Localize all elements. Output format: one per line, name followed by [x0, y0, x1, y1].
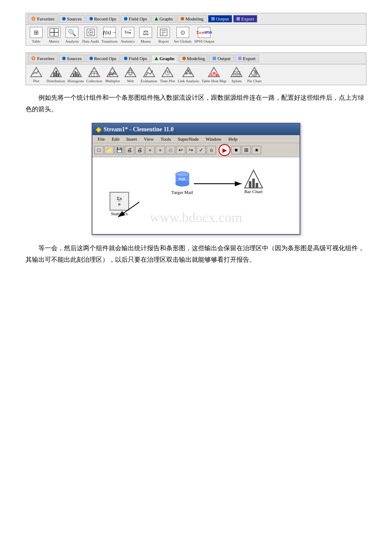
svg-rect-20 [76, 72, 78, 77]
tab-recordops-1[interactable]: Record Ops [86, 15, 120, 23]
stream-menubar: File Edit Insert View Tools SuperNode Wi… [92, 135, 300, 143]
tab-modeling-1[interactable]: Modeling [177, 15, 207, 23]
svg-rect-18 [73, 73, 74, 77]
tab-favorites-1[interactable]: ✿ Favorites [28, 14, 58, 23]
toolbar-save[interactable]: 💾 [115, 146, 124, 154]
stream-canvas: Σxn Statistics [92, 157, 300, 234]
icon-data-audit[interactable]: Data Audit [82, 26, 99, 43]
toolbar-grid[interactable]: ⊞ [242, 146, 251, 154]
icon-collection[interactable]: Collection [86, 66, 103, 83]
menu-insert[interactable]: Insert [123, 136, 140, 142]
menu-file[interactable]: File [94, 136, 108, 142]
tab-favorites-2[interactable]: ✿ Favorites [28, 54, 58, 63]
svg-marker-31 [144, 67, 155, 77]
icon-row-2: Plot Distribution [26, 64, 366, 85]
svg-point-64 [176, 172, 189, 177]
stream-window: ◆ Stream1* - Clementine 11.0 File Edit I… [92, 123, 300, 235]
icon-pie-chart[interactable]: Pie Chart [247, 66, 262, 83]
toolbar-b1[interactable]: ● [145, 146, 155, 154]
icon-spss-output[interactable]: Σx/nSPSS SPSS Output [194, 26, 214, 43]
toolbar-folder[interactable]: 📁 [104, 146, 114, 154]
toolbar-check[interactable]: ✓ [196, 146, 206, 154]
svg-text:SQL: SQL [179, 177, 186, 181]
menu-supernode[interactable]: SuperNode [174, 136, 202, 142]
icon-table[interactable]: ⊞ Table [29, 26, 44, 43]
svg-rect-14 [53, 72, 55, 77]
icon-distribution[interactable]: Distribution [46, 66, 65, 83]
tab-fieldops-2[interactable]: Field Ops [121, 55, 150, 62]
svg-rect-0 [50, 29, 54, 32]
toolbar-print[interactable]: 🖨 [125, 146, 134, 154]
toolbar-new[interactable]: □ [94, 146, 104, 154]
icon-transform[interactable]: ƒ(x)→ Transform [101, 26, 118, 43]
svg-rect-51 [216, 74, 218, 76]
icon-set-globals[interactable]: ⊙ Set Globals [174, 26, 192, 43]
svg-rect-2 [50, 32, 54, 36]
svg-rect-70 [252, 179, 255, 188]
svg-rect-69 [249, 181, 251, 188]
toolbar-graphs: ✿ Favorites Sources Record Ops Field Ops… [26, 52, 366, 85]
icon-analysis[interactable]: 🔍 Analysis [64, 26, 80, 43]
svg-rect-16 [58, 73, 59, 77]
tab-output-2[interactable]: Output [209, 55, 234, 62]
svg-marker-52 [231, 67, 242, 77]
menu-tools[interactable]: Tools [157, 136, 174, 142]
tab-modeling-2[interactable]: Modeling [179, 55, 209, 62]
tab-row-1: ✿ Favorites Sources Record Ops Field Ops… [26, 13, 366, 25]
node-target-mail[interactable]: SQL Target Mail [171, 170, 193, 195]
svg-rect-55 [233, 74, 236, 76]
tab-graphs-2[interactable]: Graphs [151, 55, 178, 62]
icon-table-heat-map[interactable]: Table Heat Map [202, 66, 226, 83]
stream-titlebar: ◆ Stream1* - Clementine 11.0 [92, 124, 300, 135]
node-bar-chart[interactable]: Bar Chart [244, 169, 263, 194]
toolbar-b2[interactable]: ● [156, 146, 165, 154]
toolbar-stop[interactable]: ■ [231, 146, 241, 154]
tab-graphs-1[interactable]: Graphs [151, 15, 176, 23]
toolbar-print2[interactable]: 🖨 [135, 146, 144, 154]
icon-means[interactable]: ⚖ Means [138, 26, 153, 43]
icon-link-analysis[interactable]: Link Analysis [178, 66, 199, 83]
svg-rect-46 [210, 72, 213, 74]
svg-rect-48 [216, 72, 218, 74]
icon-matrix[interactable]: Matrix [46, 26, 62, 43]
icon-time-plot[interactable]: Time Plot [160, 66, 175, 83]
svg-marker-12 [31, 67, 42, 77]
svg-rect-3 [54, 32, 58, 36]
toolbar-output: ✿ Favorites Sources Record Ops Field Ops… [26, 13, 366, 46]
tab-export-1[interactable]: Export [233, 15, 257, 23]
icon-plot[interactable]: Plot [29, 66, 44, 83]
toolbar-b3[interactable]: ◎ [166, 146, 175, 154]
toolbar-undo[interactable]: ↩ [176, 146, 185, 154]
svg-rect-21 [78, 74, 79, 77]
svg-point-63 [176, 181, 189, 186]
tab-fieldops-1[interactable]: Field Ops [121, 15, 150, 23]
tab-recordops-2[interactable]: Record Ops [86, 55, 120, 62]
toolbar-play[interactable]: ▶ [219, 144, 231, 156]
tab-export-2[interactable]: Export [235, 55, 259, 62]
tab-sources-2[interactable]: Sources [59, 55, 85, 62]
menu-help[interactable]: Help [225, 136, 241, 142]
paragraph-1: 例如先将一个统计组件和一个条形图组件拖入数据流设计区，跟数据源组件连在一路，配置… [26, 92, 366, 115]
tab-sources-1[interactable]: Sources [59, 15, 85, 23]
icon-splom[interactable]: Splom [229, 66, 244, 83]
icon-multiplot[interactable]: Multiplot [105, 66, 120, 83]
svg-rect-50 [213, 74, 215, 76]
stream-title-diamond: ◆ [96, 125, 101, 133]
toolbar-cam[interactable]: ⊙ [207, 146, 216, 154]
icon-statistics[interactable]: Σxn Statistics [120, 26, 135, 43]
menu-edit[interactable]: Edit [108, 136, 123, 142]
tab-output-1[interactable]: Output [208, 15, 233, 23]
svg-rect-56 [237, 74, 240, 76]
menu-view[interactable]: View [141, 136, 157, 142]
svg-rect-47 [213, 72, 215, 74]
icon-evaluation[interactable]: Evaluation [141, 66, 157, 83]
icon-web[interactable]: Web [123, 66, 138, 83]
icon-histogram[interactable]: Histogram [68, 66, 84, 83]
svg-line-60 [118, 202, 139, 217]
paragraph-2: 等一会，然后这两个组件就会输出统计报告和条形图，这些输出会保留在治理区中（因为条… [26, 243, 366, 266]
icon-report[interactable]: Report [156, 26, 171, 43]
svg-rect-71 [256, 183, 258, 188]
toolbar-redo[interactable]: ↪ [186, 146, 196, 154]
toolbar-star[interactable]: ★ [252, 146, 261, 154]
menu-window[interactable]: Window [202, 136, 225, 142]
